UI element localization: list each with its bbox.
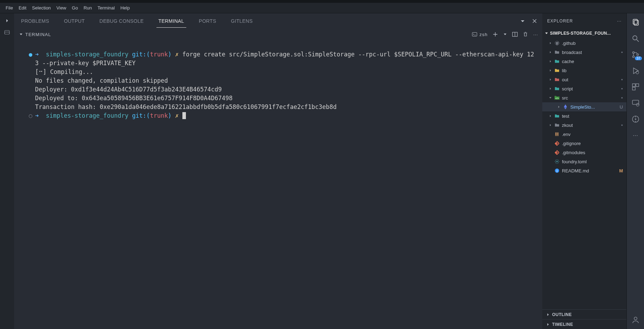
chevron-right-icon <box>549 41 552 45</box>
git-status-badge: U <box>620 104 623 110</box>
svg-rect-10 <box>633 19 637 24</box>
outline-section[interactable]: OUTLINE <box>542 309 626 319</box>
svg-point-14 <box>632 52 634 54</box>
extensions-icon[interactable] <box>631 83 640 91</box>
folder-item[interactable]: cache <box>542 57 626 66</box>
run-debug-icon[interactable] <box>631 67 640 75</box>
file-item[interactable]: .gitignore <box>542 139 626 148</box>
split-chevron-icon[interactable] <box>503 32 507 36</box>
folder-item[interactable]: broadcast● <box>542 48 626 57</box>
shell-indicator[interactable]: zsh <box>472 32 488 37</box>
tab-problems[interactable]: PROBLEMS <box>19 18 51 24</box>
tab-ports[interactable]: PORTS <box>197 18 218 24</box>
copy-icon[interactable] <box>631 18 640 27</box>
folder-item[interactable]: </>src● <box>542 93 626 102</box>
menu-run[interactable]: Run <box>81 5 95 11</box>
svg-point-15 <box>632 56 634 58</box>
menu-view[interactable]: View <box>54 5 69 11</box>
timeline-section[interactable]: TIMELINE <box>542 319 626 329</box>
chevron-right-icon <box>549 69 552 72</box>
terminal-profiles-icon[interactable] <box>4 29 10 36</box>
svg-rect-11 <box>634 20 638 25</box>
menu-edit[interactable]: Edit <box>16 5 29 11</box>
split-panel-icon[interactable] <box>512 32 518 37</box>
tree-item-label: foundry.toml <box>562 159 587 164</box>
tree-item-label: README.md <box>562 168 589 173</box>
chevron-right-icon <box>549 78 552 81</box>
terminal-output-1: No files changed, compilation skipped <box>35 77 168 84</box>
tree-item-label: script <box>562 86 573 91</box>
new-terminal-icon[interactable] <box>492 32 498 37</box>
menu-help[interactable]: Help <box>118 5 133 11</box>
tree-item-label: SimpleSto... <box>570 104 595 110</box>
collapse-chevron-icon[interactable] <box>19 32 23 36</box>
folder-item[interactable]: .github <box>542 39 626 48</box>
account-icon[interactable] <box>631 316 640 324</box>
folder-item[interactable]: out● <box>542 75 626 84</box>
activity-bar: 37 ··· <box>626 13 644 329</box>
explorer-panel: EXPLORER ··· SIMPLES-STORAGE_FOUN... .gi… <box>542 13 626 329</box>
github-icon <box>554 41 560 46</box>
folder-item[interactable]: lib <box>542 66 626 75</box>
gitlens-icon[interactable] <box>631 115 640 123</box>
svg-rect-0 <box>5 30 9 34</box>
folder-orange-icon <box>554 68 560 73</box>
close-icon[interactable] <box>532 18 537 24</box>
tree-item-label: .github <box>562 41 576 46</box>
tab-debug-console[interactable]: DEBUG CONSOLE <box>98 18 146 24</box>
folder-item[interactable]: script● <box>542 84 626 93</box>
terminal-section-label: TERMINAL <box>25 32 51 37</box>
tree-item-label: lib <box>562 68 566 73</box>
svg-rect-21 <box>632 100 639 104</box>
svg-point-16 <box>637 54 638 56</box>
explorer-title: EXPLORER <box>547 19 573 23</box>
file-item[interactable]: .gitmodules <box>542 148 626 157</box>
svg-rect-19 <box>636 84 639 87</box>
tree-item-label: test <box>562 114 569 119</box>
svg-rect-1 <box>5 32 9 34</box>
svg-rect-18 <box>632 84 635 87</box>
folder-item[interactable]: SimpleSto...U <box>542 102 626 111</box>
svg-point-24 <box>635 118 636 120</box>
chevron-right-icon <box>557 105 561 109</box>
file-item[interactable]: .env <box>542 130 626 139</box>
git-status-badge: M <box>619 168 623 173</box>
tree-item-label: src <box>562 95 568 101</box>
folder-item[interactable]: zkout● <box>542 121 626 130</box>
folder-teal-icon <box>554 114 560 118</box>
tab-terminal[interactable]: TERMINAL <box>156 18 186 28</box>
explorer-project-header[interactable]: SIMPLES-STORAGE_FOUN... <box>542 29 626 38</box>
svg-text:i: i <box>557 169 558 173</box>
git-icon <box>554 150 560 155</box>
menu-go[interactable]: Go <box>69 5 81 11</box>
ellipsis-icon[interactable]: ··· <box>631 131 640 139</box>
prompt-dir: simples-storage_foundry <box>46 51 128 58</box>
source-control-icon[interactable]: 37 <box>631 50 640 59</box>
file-item[interactable]: foundry.toml <box>542 157 626 166</box>
svg-point-7 <box>556 161 558 162</box>
chevron-right-icon[interactable] <box>5 18 9 23</box>
tab-output[interactable]: OUTPUT <box>62 18 87 24</box>
folder-code-icon: </> <box>554 95 560 100</box>
trash-icon[interactable] <box>523 32 528 37</box>
svg-point-22 <box>636 103 639 106</box>
folder-grey-icon <box>554 50 560 54</box>
tree-item-label: .env <box>562 132 571 137</box>
tab-gitlens[interactable]: GITLENS <box>229 18 255 24</box>
remote-explorer-icon[interactable] <box>631 99 640 107</box>
svg-rect-2 <box>472 33 477 36</box>
ellipsis-icon[interactable]: ··· <box>617 19 622 23</box>
tree-item-label: zkout <box>562 123 573 128</box>
search-icon[interactable] <box>631 34 640 43</box>
file-item[interactable]: iREADME.mdM <box>542 166 626 175</box>
terminal-body[interactable]: ●➜ simples-storage_foundry git:(trunk) ✗… <box>14 40 542 329</box>
folder-red-icon <box>554 77 560 82</box>
tree-item-label: broadcast <box>562 50 582 55</box>
ellipsis-icon[interactable]: ··· <box>533 32 538 37</box>
folder-item[interactable]: test <box>542 111 626 121</box>
menu-terminal[interactable]: Terminal <box>95 5 118 11</box>
chevron-down-icon[interactable] <box>520 18 525 24</box>
terminal-output-3: Deployed to: 0x643ea50589456BB3E61e6757F… <box>35 95 233 102</box>
menu-selection[interactable]: Selection <box>29 5 53 11</box>
menu-file[interactable]: File <box>3 5 16 11</box>
